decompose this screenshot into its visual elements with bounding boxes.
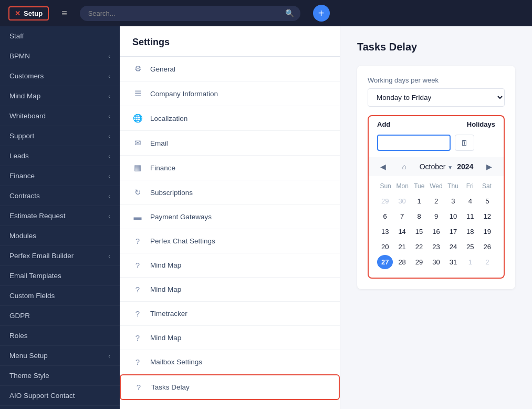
settings-item-appointments[interactable]: ?Appointments — [120, 400, 340, 409]
calendar-icon-button[interactable]: 🗓 — [455, 135, 474, 151]
sidebar-item-roles[interactable]: Roles — [0, 326, 120, 346]
calendar-day[interactable]: 18 — [462, 224, 478, 239]
sidebar-item-mind-map[interactable]: Mind Map‹ — [0, 86, 120, 106]
settings-item-finance[interactable]: ▦Finance — [120, 156, 340, 180]
calendar-day[interactable]: 30 — [394, 194, 410, 208]
calendar-day[interactable]: 12 — [479, 209, 495, 223]
sidebar-item-email-templates[interactable]: Email Templates — [0, 266, 120, 286]
sidebar-item-leads[interactable]: Leads‹ — [0, 146, 120, 166]
calendar-day[interactable]: 2 — [428, 194, 444, 208]
calendar-day[interactable]: 23 — [428, 240, 444, 254]
settings-item-perfex-chat[interactable]: ?Perfex Chat Settings — [120, 229, 340, 253]
sidebar-item-label: Leads — [9, 152, 29, 160]
holidays-label: Holidays — [467, 120, 495, 128]
calendar-day[interactable]: 4 — [462, 194, 478, 208]
settings-item-localization[interactable]: 🌐Localization — [120, 106, 340, 131]
calendar-day[interactable]: 6 — [377, 209, 393, 223]
settings-item-company-info[interactable]: ☰Company Information — [120, 81, 340, 106]
sidebar-item-menu-setup[interactable]: Menu Setup‹ — [0, 346, 120, 366]
calendar-day[interactable]: 27 — [377, 255, 393, 269]
working-days-select[interactable]: Monday to Friday — [368, 88, 505, 107]
calendar-day[interactable]: 1 — [462, 255, 478, 269]
settings-item-mind-map[interactable]: ?Mind Map — [120, 253, 340, 278]
calendar-day[interactable]: 22 — [411, 240, 427, 254]
calendar-day[interactable]: 9 — [428, 209, 444, 223]
settings-item-mind-map-3[interactable]: ?Mind Map — [120, 326, 340, 350]
sidebar-item-staff[interactable]: Staff — [0, 26, 120, 46]
settings-item-label: Mind Map — [150, 334, 181, 342]
settings-item-mailbox[interactable]: ?Mailbox Settings — [120, 350, 340, 374]
sidebar-item-label: Support — [9, 132, 34, 140]
month-label[interactable]: October ▼ — [420, 162, 453, 171]
chevron-icon: ‹ — [108, 353, 110, 359]
sidebar-item-estimate-request[interactable]: Estimate Request‹ — [0, 206, 120, 226]
sidebar-item-gdpr[interactable]: GDPR — [0, 306, 120, 326]
calendar-day[interactable]: 21 — [394, 240, 410, 254]
settings-item-payment-gateways[interactable]: ▬Payment Gateways — [120, 205, 340, 229]
calendar-day[interactable]: 24 — [445, 240, 461, 254]
calendar-day[interactable]: 20 — [377, 240, 393, 254]
calendar-day[interactable]: 16 — [428, 224, 444, 239]
calendar-day[interactable]: 5 — [479, 194, 495, 208]
next-month-button[interactable]: ▶ — [483, 161, 495, 172]
sidebar-item-support[interactable]: Support‹ — [0, 126, 120, 146]
prev-month-button[interactable]: ◀ — [377, 161, 389, 172]
chevron-icon: ‹ — [108, 253, 110, 259]
calendar-day[interactable]: 8 — [411, 209, 427, 223]
calendar-day[interactable]: 11 — [462, 209, 478, 223]
sidebar-item-label: BPMN — [9, 52, 30, 60]
month-arrow: ▼ — [447, 165, 453, 170]
sidebar-item-theme-style[interactable]: Theme Style — [0, 366, 120, 386]
sidebar-item-modules[interactable]: Modules — [0, 226, 120, 246]
sidebar-item-customers[interactable]: Customers‹ — [0, 66, 120, 86]
settings-item-general[interactable]: ⚙General — [120, 57, 340, 81]
calendar-day[interactable]: 7 — [394, 209, 410, 223]
calendar-day[interactable]: 2 — [479, 255, 495, 269]
menu-icon[interactable]: ≡ — [61, 8, 67, 19]
calendar-day[interactable]: 15 — [411, 224, 427, 239]
general-icon: ⚙ — [132, 64, 143, 74]
sidebar-item-companies[interactable]: Companies — [0, 406, 120, 409]
calendar-days: 2930123456789101112131415161718192021222… — [377, 194, 495, 269]
sidebar-item-bpmn[interactable]: BPMN‹ — [0, 46, 120, 66]
settings-item-subscriptions[interactable]: ↻Subscriptions — [120, 180, 340, 205]
mailbox-icon: ? — [132, 357, 143, 366]
calendar-day[interactable]: 17 — [445, 224, 461, 239]
sidebar-item-aio-support[interactable]: AIO Support Contact — [0, 386, 120, 406]
sidebar-item-custom-fields[interactable]: Custom Fields — [0, 286, 120, 306]
date-input[interactable] — [377, 135, 451, 151]
calendar-day[interactable]: 28 — [394, 255, 410, 269]
calendar-day[interactable]: 14 — [394, 224, 410, 239]
sidebar-item-finance[interactable]: Finance‹ — [0, 166, 120, 186]
company-info-icon: ☰ — [132, 89, 143, 98]
sidebar-item-perfex-email-builder[interactable]: Perfex Email Builder‹ — [0, 246, 120, 266]
sidebar-item-contracts[interactable]: Contracts‹ — [0, 186, 120, 206]
search-bar: 🔍 — [80, 6, 300, 21]
add-button[interactable]: + — [313, 5, 330, 22]
search-input[interactable] — [80, 6, 300, 21]
settings-item-timetracker[interactable]: ?Timetracker — [120, 302, 340, 326]
calendar-day[interactable]: 19 — [479, 224, 495, 239]
calendar-day[interactable]: 25 — [462, 240, 478, 254]
working-days-label: Working days per week — [368, 76, 505, 84]
finance-icon: ▦ — [132, 163, 143, 172]
calendar-day[interactable]: 31 — [445, 255, 461, 269]
setup-button[interactable]: ✕ Setup — [8, 6, 49, 21]
calendar-day[interactable]: 26 — [479, 240, 495, 254]
calendar-day[interactable]: 29 — [411, 255, 427, 269]
year-display: 2024 — [457, 162, 473, 171]
home-button[interactable]: ⌂ — [399, 161, 410, 172]
calendar-day[interactable]: 1 — [411, 194, 427, 208]
settings-item-mind-map-2[interactable]: ?Mind Map — [120, 278, 340, 302]
calendar-day[interactable]: 30 — [428, 255, 444, 269]
sidebar-item-label: Custom Fields — [9, 292, 55, 300]
sidebar-item-whiteboard[interactable]: Whiteboard‹ — [0, 106, 120, 126]
chevron-icon: ‹ — [108, 73, 110, 79]
calendar-day[interactable]: 3 — [445, 194, 461, 208]
calendar-day[interactable]: 13 — [377, 224, 393, 239]
calendar-day[interactable]: 10 — [445, 209, 461, 223]
settings-item-email[interactable]: ✉Email — [120, 131, 340, 156]
settings-item-tasks-delay[interactable]: ?Tasks Delay — [120, 374, 340, 400]
chevron-icon: ‹ — [108, 53, 110, 59]
calendar-day[interactable]: 29 — [377, 194, 393, 208]
